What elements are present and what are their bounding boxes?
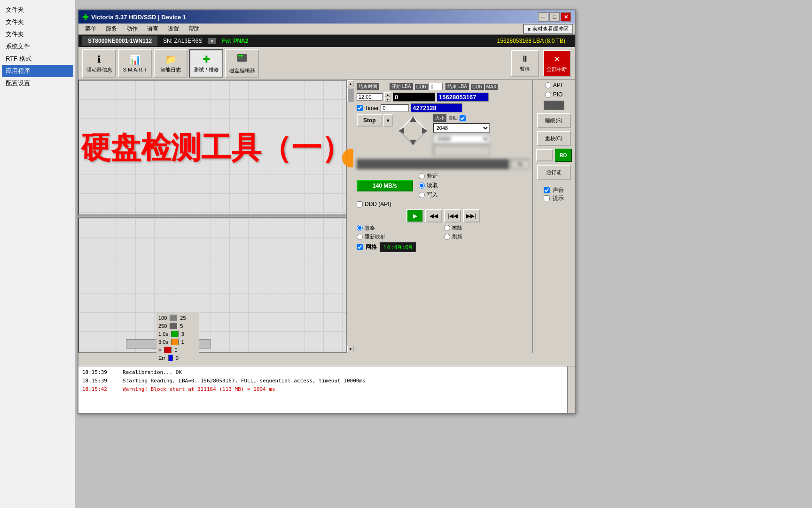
spin-down[interactable]: ▼ — [384, 97, 391, 102]
net-checkbox[interactable] — [357, 244, 363, 250]
radio-remap[interactable] — [357, 234, 363, 240]
menu-help[interactable]: 帮助 — [184, 24, 204, 34]
main-window: ✚ Victoria 5.37 HDD/SSD | Device 1 ─ □ ✕… — [78, 9, 576, 414]
sidebar-item-3[interactable]: 系统文件 — [2, 40, 73, 53]
hint-checkbox[interactable] — [544, 195, 550, 201]
radio-api[interactable] — [545, 82, 551, 88]
grey-btn-small[interactable] — [536, 149, 553, 161]
menu-settings[interactable]: 设置 — [163, 24, 184, 34]
test-repair-button[interactable]: ✚ 测试 / 维修 — [189, 49, 223, 78]
device-bar: ST8000NE0001-1WN112 SN: ZA13ER6S ✕ Fw: P… — [78, 35, 575, 47]
test-repair-icon: ✚ — [203, 54, 211, 65]
stop-all-button[interactable]: ✕ 全部中断 — [543, 50, 571, 77]
spin-up[interactable]: ▲ — [384, 92, 391, 97]
ignore-label: 忽略 — [365, 224, 375, 231]
close-button[interactable]: ✕ — [561, 12, 571, 22]
size-select-1[interactable]: 2048 — [433, 123, 490, 133]
blurred-control — [433, 145, 490, 156]
size-select-row: 2048 — [433, 123, 490, 133]
pio-label: PIO — [553, 91, 563, 98]
log-scrollbar[interactable] — [567, 366, 575, 413]
sidebar-item-4[interactable]: RTF 格式 — [2, 53, 73, 65]
legend-1s: 1.0s 3 — [158, 331, 197, 337]
timer-checkbox[interactable] — [357, 105, 363, 111]
maximize-button[interactable]: □ — [549, 12, 560, 22]
far-right-panel: API PIO 睡眠(S) 重校(C) RD 通行证 — [532, 80, 575, 353]
diamond-right[interactable] — [422, 127, 428, 134]
rewind-button[interactable]: ◀◀ — [425, 209, 442, 222]
ddd-checkbox[interactable] — [357, 201, 363, 207]
stop-dropdown[interactable]: ▼ — [383, 114, 393, 127]
radio-write[interactable] — [419, 192, 425, 198]
menu-file[interactable]: 菜单 — [80, 24, 101, 34]
realtime-label: 实时查看缓冲区 — [532, 25, 569, 32]
recalibrate-button[interactable]: 重校(C) — [537, 131, 571, 146]
timer-input[interactable] — [381, 104, 409, 112]
legend-err: Err 0 — [158, 355, 197, 361]
rd-button[interactable]: RD — [555, 149, 572, 162]
log-time-2: 18:15:42 — [82, 386, 107, 392]
sidebar-item-2[interactable]: 文件夹 — [2, 28, 73, 40]
prev-button[interactable]: |◀◀ — [444, 209, 461, 222]
stop-area: Stop ▼ — [357, 114, 393, 127]
realtime-buffer-button[interactable]: ≡ 实时查看缓冲区 — [523, 24, 573, 34]
radio-ignore[interactable] — [357, 225, 363, 231]
smart-button[interactable]: 📊 S.M.A.R.T — [118, 49, 152, 78]
menu-action[interactable]: 动作 — [122, 24, 142, 34]
legend-err-count: 0 — [176, 355, 179, 361]
menu-service[interactable]: 服务 — [101, 24, 122, 34]
watermark-text: 硬盘检测工具（一） — [81, 127, 351, 168]
disk-editor-button[interactable]: 磁盘编辑器 — [225, 49, 259, 78]
ddd-row: DDD (API) — [357, 201, 530, 207]
percent-btn[interactable]: % — [511, 159, 530, 169]
lba-header-row: 结束时间 开始 LBA CUR 结束 LBA CUR MAX — [357, 83, 530, 90]
legend-100-color — [170, 315, 177, 321]
diamond-left[interactable] — [398, 127, 404, 134]
minimize-button[interactable]: ─ — [538, 12, 548, 22]
sidebar: 文件夹 文件夹 文件夹 系统文件 RTF 格式 应用程序 配置设置 — [0, 0, 75, 508]
radio-verify[interactable] — [419, 173, 425, 179]
sidebar-item-6[interactable]: 配置设置 — [2, 77, 73, 89]
diamond-up[interactable] — [410, 116, 416, 122]
auto-checkbox[interactable] — [460, 115, 466, 121]
legend-1s-value: 1.0s — [158, 331, 168, 337]
device-close-button[interactable]: ✕ — [208, 38, 216, 44]
menu-right: ≡ 实时查看缓冲区 — [523, 24, 573, 34]
sleep-button[interactable]: 睡眠(S) — [537, 113, 571, 128]
diamond-down[interactable] — [410, 140, 416, 145]
drive-info-button[interactable]: ℹ 驱动器信息 — [82, 49, 116, 78]
cur-input[interactable] — [429, 83, 443, 90]
time-spinner[interactable]: ▲ ▼ — [384, 92, 391, 102]
lba-start-input[interactable] — [393, 93, 435, 102]
radio-read[interactable] — [419, 183, 425, 189]
legend-250-color — [170, 323, 177, 329]
sidebar-item-1[interactable]: 文件夹 — [2, 16, 73, 28]
sound-checkbox[interactable] — [544, 187, 550, 193]
lba-end-input[interactable] — [437, 93, 489, 102]
left-graphs: 硬盘检测工具（一） ▲ ▼ — [78, 80, 354, 353]
pause-button[interactable]: ⏸ 暂停 — [511, 50, 539, 77]
scroll-thumb[interactable] — [347, 88, 354, 102]
radio-pio[interactable] — [545, 92, 551, 98]
time-input[interactable] — [357, 93, 383, 101]
radio-erase[interactable] — [444, 225, 450, 231]
next-button[interactable]: ▶▶| — [463, 209, 480, 222]
log-icon: 📁 — [165, 54, 177, 65]
remap-label: 重新映射 — [365, 233, 385, 240]
sidebar-item-5[interactable]: 应用程序 — [2, 65, 73, 77]
graph-grid-bottom — [79, 218, 353, 352]
play-button[interactable]: ▶ — [406, 209, 423, 222]
log-button[interactable]: 📁 智能日志 — [154, 49, 187, 78]
lba-cur-input[interactable] — [411, 103, 462, 112]
erase-row: 擦除 — [444, 224, 530, 231]
graph-scrollbar[interactable]: ▲ ▼ — [346, 80, 354, 353]
sidebar-item-0[interactable]: 文件夹 — [2, 4, 73, 16]
pause-label: 暂停 — [520, 65, 530, 72]
scroll-down-arrow[interactable]: ▼ — [347, 346, 354, 352]
menu-language[interactable]: 语言 — [142, 24, 163, 34]
stop-button[interactable]: Stop — [357, 114, 383, 127]
pass-button[interactable]: 通行证 — [537, 165, 571, 180]
scroll-up-arrow[interactable]: ▲ — [347, 80, 354, 87]
radio-refresh[interactable] — [444, 234, 450, 240]
size-select-2[interactable]: 10000 — [433, 134, 490, 143]
